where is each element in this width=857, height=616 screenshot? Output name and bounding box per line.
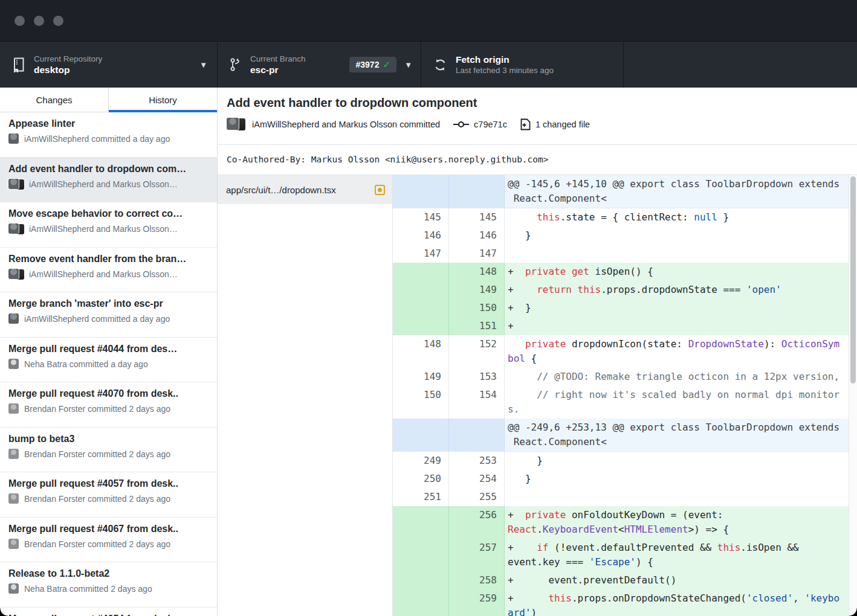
commit-list-item[interactable]: Merge pull request #4067 from desk..Bren… (0, 518, 217, 563)
close-window-button[interactable] (15, 16, 25, 26)
avatar (8, 493, 19, 504)
code-token: private (525, 266, 566, 277)
tab-history[interactable]: History (109, 88, 217, 112)
diff-old-line-number (393, 539, 449, 571)
zoom-window-button[interactable] (53, 16, 63, 26)
fetch-origin-button[interactable]: Fetch origin Last fetched 3 minutes ago (421, 42, 624, 88)
commit-list-item[interactable]: Add event handler to dropdown com…iAmWil… (0, 158, 217, 203)
commit-list-item[interactable]: Merge pull request #4044 from des…Neha B… (0, 338, 217, 383)
avatar-group (8, 583, 19, 594)
diff-new-line-number: 145 (449, 208, 505, 226)
commit-item-meta: iAmWillShepherd committed a day ago (8, 313, 209, 324)
git-branch-icon (230, 56, 242, 73)
code-token: ) (531, 607, 537, 616)
code-token: + event.preventDefault() (508, 574, 676, 586)
diff-code-line: + return this.props.dropdownState === 'o… (508, 283, 857, 297)
diff-code-line: React.Component< (508, 191, 857, 206)
diff-code: } (505, 452, 857, 470)
commit-list-item[interactable]: Merge pull request #4054 from desk.. (0, 608, 217, 616)
commit-list-item[interactable]: Merge pull request #4070 from desk..Bren… (0, 382, 217, 428)
code-token: OcticonSym (781, 338, 839, 350)
diff-code: @@ -249,6 +253,13 @@ export class Toolba… (505, 419, 857, 451)
diff-code: + event.preventDefault() (505, 571, 857, 589)
commit-list-item[interactable]: Move escape behavior to correct co…iAmWi… (0, 202, 217, 248)
diff-code: + if (!event.defaultPrevented && this.is… (505, 539, 857, 571)
scrollbar-thumb[interactable] (850, 176, 856, 383)
code-token (572, 284, 578, 295)
commit-item-title: Merge branch 'master' into esc-pr (8, 298, 209, 309)
diff-code-line: } (508, 228, 857, 243)
diff-new-line-number: 152 (449, 335, 505, 368)
commit-byline: iAmWillShepherd and Markus Olsson commit… (252, 120, 440, 129)
commit-item-title: Add event handler to dropdown com… (8, 164, 209, 175)
fetch-subtitle: Last fetched 3 minutes ago (456, 65, 554, 75)
diff-new-line-number: 257 (449, 539, 505, 571)
commit-list-item[interactable]: Merge branch 'master' into esc-priAmWill… (0, 292, 217, 338)
pull-request-badge[interactable]: #3972 ✓ (349, 57, 396, 72)
changed-files-count: 1 changed file (535, 120, 590, 129)
avatar-group (8, 133, 19, 144)
diff-new-line-number: 256 (449, 506, 505, 539)
current-branch-button[interactable]: Current Branch esc-pr #3972 ✓ ▼ (218, 42, 421, 88)
diff-code-line: ard') (508, 606, 857, 616)
current-repository-button[interactable]: Current Repository desktop ▼ (0, 42, 218, 88)
diff-old-line-number (393, 571, 449, 589)
avatar-group (8, 403, 19, 414)
minimize-window-button[interactable] (34, 16, 44, 26)
commit-list-item[interactable]: Appease linteriAmWillShepherd committed … (0, 112, 217, 158)
code-token: < (618, 524, 624, 535)
commit-item-title: Merge pull request #4070 from desk.. (8, 388, 209, 399)
sync-icon (433, 58, 447, 72)
commit-description: Co-Authored-By: Markus Olsson <niik@user… (218, 145, 857, 175)
code-token: 'open' (746, 284, 781, 295)
diff-code-line: // @TODO: Remake triangle octicon in a 1… (508, 370, 857, 384)
commit-sha[interactable]: c79e71c (474, 120, 507, 129)
code-token: + (508, 509, 525, 521)
commit-list-item[interactable]: Release to 1.1.0-beta2Neha Batra committ… (0, 562, 217, 608)
code-token: 'closed' (746, 592, 793, 604)
avatar (8, 223, 19, 234)
diff-row: 150154 // right now it's scaled badly on… (393, 386, 857, 419)
diff-code-line: private dropdownIcon(state: DropdownStat… (508, 337, 857, 351)
history-sidebar: Changes History Appease linteriAmWillShe… (0, 88, 218, 616)
commit-item-title: Merge pull request #4054 from desk.. (8, 614, 209, 616)
code-token: // right now it's scaled badly on normal… (537, 389, 839, 400)
code-token: this (548, 592, 572, 604)
commit-list-item[interactable]: Remove event handler from the bran…iAmWi… (0, 248, 217, 293)
diff-row: @@ -145,6 +145,10 @@ export class Toolba… (393, 175, 857, 208)
commit-list-item[interactable]: Merge pull request #4057 from desk..Bren… (0, 472, 217, 518)
tab-changes[interactable]: Changes (0, 88, 109, 112)
avatar (8, 539, 19, 549)
diff-old-line-number: 150 (393, 386, 449, 419)
avatar-group (8, 493, 19, 504)
diff-code-line: // right now it's scaled badly on normal… (508, 388, 857, 402)
chevron-down-icon: ▼ (404, 60, 412, 69)
code-token: 'keybo (804, 592, 839, 604)
diff-row: 251255 (393, 488, 857, 506)
diff-code-line: } (508, 454, 857, 468)
diff-code-line: @@ -249,6 +253,13 @@ export class Toolba… (508, 420, 857, 435)
ci-check-icon: ✓ (383, 59, 390, 70)
diff-new-line-number: 149 (449, 281, 505, 299)
diff-row: 147147 (393, 245, 857, 263)
diff-code-line: s. (508, 402, 857, 417)
commit-item-meta: Neha Batra committed a day ago (8, 359, 209, 370)
code-token: React (508, 524, 537, 535)
code-token: } (508, 455, 543, 466)
file-list-item[interactable]: app/src/ui/t…/dropdown.tsx (218, 175, 392, 204)
commit-list-item[interactable]: bump to beta3Brendan Forster committed 2… (0, 428, 217, 473)
code-token: >) => { (688, 524, 729, 535)
code-token: DropdownState (688, 338, 764, 350)
commit-item-title: Merge pull request #4057 from desk.. (8, 478, 209, 489)
code-token: React.Component< (508, 193, 607, 204)
diff-code-line: } (508, 472, 857, 486)
code-token: , (793, 592, 804, 604)
commit-item-meta: Brendan Forster committed 2 days ago (8, 493, 209, 504)
code-token: ): (764, 338, 781, 350)
diff-old-line-number (393, 506, 449, 539)
diff-old-line-number (393, 589, 449, 616)
commit-item-title: bump to beta3 (8, 434, 209, 444)
diff-code: this.state = { clientRect: null } (505, 208, 857, 226)
diff-scrollbar[interactable] (849, 175, 857, 616)
diff-code: // @TODO: Remake triangle octicon in a 1… (505, 368, 857, 386)
